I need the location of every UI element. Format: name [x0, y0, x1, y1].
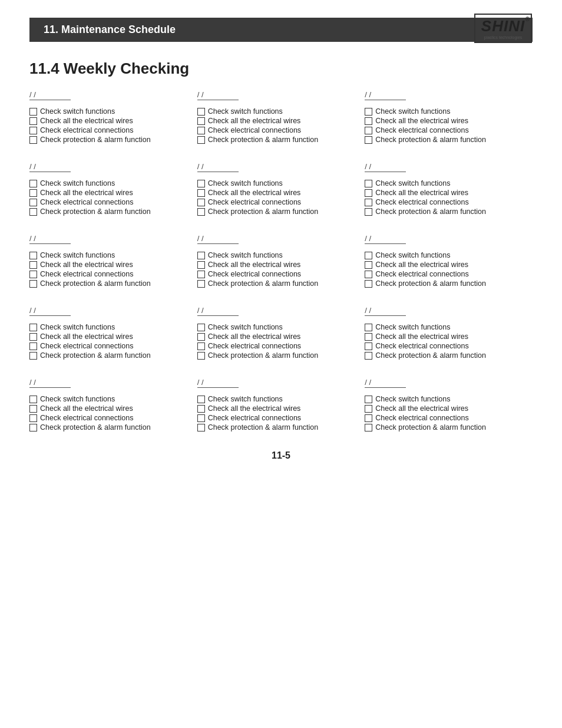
checkbox[interactable] — [29, 261, 37, 269]
date-line-5-1: / / — [29, 377, 71, 388]
checkbox[interactable] — [365, 252, 372, 259]
logo-registered: ® — [525, 16, 530, 22]
date-col-3-1: / / — [29, 233, 197, 248]
date-col-1-3: / / — [365, 90, 533, 104]
date-labels-1: / / / / / / — [29, 90, 533, 104]
checkbox[interactable] — [197, 127, 205, 134]
checkbox[interactable] — [197, 117, 205, 125]
checkbox[interactable] — [365, 117, 372, 125]
checkbox[interactable] — [365, 280, 372, 288]
list-item: Check all the electrical wires — [197, 332, 359, 341]
checkbox[interactable] — [365, 199, 372, 206]
checkbox[interactable] — [365, 333, 372, 341]
checkbox[interactable] — [197, 396, 205, 403]
checkbox[interactable] — [197, 333, 205, 341]
date-col-4-3: / / — [365, 305, 533, 319]
check-col-3-1: Check switch functions Check all the ele… — [29, 251, 197, 289]
checkbox[interactable] — [29, 280, 37, 288]
list-item: Check all the electrical wires — [365, 261, 527, 269]
checkbox[interactable] — [365, 405, 372, 413]
list-item: Check electrical connections — [197, 126, 359, 134]
date-line-5-2: / / — [197, 377, 239, 388]
checkbox[interactable] — [365, 261, 372, 269]
checkbox[interactable] — [29, 414, 37, 422]
checkbox[interactable] — [29, 208, 37, 216]
date-col-5-3: / / — [365, 377, 533, 391]
checkbox[interactable] — [365, 180, 372, 187]
checkbox[interactable] — [29, 333, 37, 341]
list-item: Check electrical connections — [197, 342, 359, 350]
checkbox[interactable] — [29, 324, 37, 331]
list-item: Check electrical connections — [29, 342, 191, 350]
checkbox[interactable] — [29, 405, 37, 413]
checkbox[interactable] — [197, 208, 205, 216]
checkbox[interactable] — [365, 352, 372, 360]
checkbox[interactable] — [197, 405, 205, 413]
checkbox[interactable] — [197, 271, 205, 278]
checkbox[interactable] — [29, 180, 37, 187]
check-col-3-2: Check switch functions Check all the ele… — [197, 251, 365, 289]
checkbox[interactable] — [29, 342, 37, 350]
header-title: 11. Maintenance Schedule — [44, 24, 176, 36]
date-line-3-1: / / — [29, 233, 71, 244]
list-item: Check electrical connections — [365, 270, 527, 278]
date-labels-5: / / / / / / — [29, 377, 533, 391]
page-number: 11-5 — [0, 450, 562, 473]
list-item: Check switch functions — [29, 251, 191, 259]
checkbox[interactable] — [29, 352, 37, 360]
checkbox[interactable] — [197, 189, 205, 197]
columns-row-1: Check switch functions Check all the ele… — [29, 107, 533, 145]
checkbox[interactable] — [197, 136, 205, 144]
checkbox[interactable] — [197, 342, 205, 350]
checkbox[interactable] — [365, 414, 372, 422]
checkbox[interactable] — [29, 117, 37, 125]
list-item: Check all the electrical wires — [365, 117, 527, 125]
checkbox[interactable] — [29, 396, 37, 403]
checkbox[interactable] — [29, 127, 37, 134]
checkbox[interactable] — [365, 208, 372, 216]
checkbox[interactable] — [365, 271, 372, 278]
logo-box: SHINI ® plastics technologies — [474, 14, 532, 43]
section-title: 11.4 Weekly Checking — [29, 60, 533, 78]
list-item: Check switch functions — [365, 179, 527, 187]
list-item: Check switch functions — [29, 323, 191, 331]
checkbox[interactable] — [29, 136, 37, 144]
checkbox[interactable] — [197, 180, 205, 187]
list-item: Check all the electrical wires — [29, 117, 191, 125]
list-item: Check all the electrical wires — [29, 404, 191, 413]
checkbox[interactable] — [365, 424, 372, 431]
checkbox[interactable] — [197, 352, 205, 360]
checkbox[interactable] — [365, 136, 372, 144]
checkbox[interactable] — [197, 424, 205, 431]
logo-area: SHINI ® plastics technologies — [474, 12, 533, 44]
columns-row-3: Check switch functions Check all the ele… — [29, 251, 533, 289]
checkbox[interactable] — [197, 414, 205, 422]
checkbox[interactable] — [29, 271, 37, 278]
check-col-4-2: Check switch functions Check all the ele… — [197, 323, 365, 361]
list-item: Check protection & alarm function — [197, 423, 359, 431]
list-item: Check all the electrical wires — [365, 404, 527, 413]
checkbox[interactable] — [29, 189, 37, 197]
checkbox[interactable] — [365, 127, 372, 134]
checkbox[interactable] — [29, 108, 37, 116]
list-item: Check protection & alarm function — [197, 351, 359, 360]
checkbox[interactable] — [365, 108, 372, 116]
checkbox[interactable] — [197, 261, 205, 269]
checkbox[interactable] — [29, 199, 37, 206]
checkbox[interactable] — [365, 189, 372, 197]
list-item: Check switch functions — [29, 107, 191, 116]
checkbox[interactable] — [365, 324, 372, 331]
checkbox[interactable] — [197, 280, 205, 288]
date-line-1-1: / / — [29, 90, 71, 100]
checkbox[interactable] — [197, 108, 205, 116]
checkbox[interactable] — [197, 252, 205, 259]
checkbox[interactable] — [197, 199, 205, 206]
check-col-2-1: Check switch functions Check all the ele… — [29, 179, 197, 217]
checkbox[interactable] — [365, 396, 372, 403]
checkbox[interactable] — [29, 424, 37, 431]
date-col-4-1: / / — [29, 305, 197, 319]
checkbox[interactable] — [29, 252, 37, 259]
list-item: Check electrical connections — [29, 414, 191, 422]
checkbox[interactable] — [365, 342, 372, 350]
checkbox[interactable] — [197, 324, 205, 331]
